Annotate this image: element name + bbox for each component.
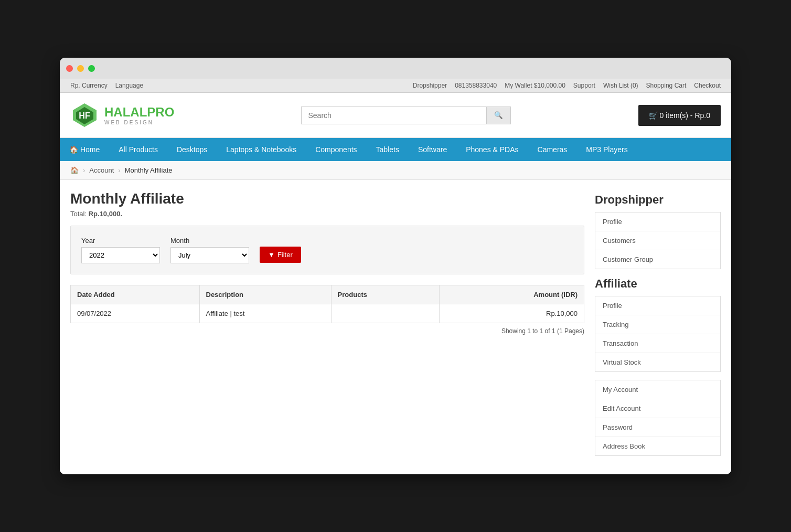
dropshipper-title: Dropshipper: [595, 193, 721, 207]
nav-laptops[interactable]: Laptops & Notebooks: [217, 138, 306, 161]
col-products: Products: [331, 285, 439, 304]
search-button[interactable]: 🔍: [487, 107, 511, 124]
phone-number: 081358833040: [455, 82, 497, 89]
sidebar-affiliate-transaction[interactable]: Transaction: [595, 334, 720, 353]
month-filter-group: Month JanuaryFebruaryMarch AprilMayJune …: [170, 237, 249, 263]
sidebar-affiliate-virtual-stock[interactable]: Virtual Stock: [595, 353, 720, 371]
affiliate-title: Affiliate: [595, 277, 721, 291]
breadcrumb-current: Monthly Affiliate: [125, 166, 173, 174]
page-title: Monthly Affiliate: [70, 190, 584, 207]
col-date: Date Added: [71, 285, 200, 304]
logo: HF HALALPRO WEB DESIGN: [70, 101, 174, 130]
month-label: Month: [170, 237, 249, 244]
cart-button[interactable]: 🛒 0 item(s) - Rp.0: [638, 105, 721, 126]
cell-products: [331, 304, 439, 323]
sidebar-my-account[interactable]: My Account: [595, 380, 720, 399]
cell-amount: Rp.10,000: [440, 304, 584, 323]
cell-date: 09/07/2022: [71, 304, 200, 323]
nav-mp3[interactable]: MP3 Players: [576, 138, 637, 161]
filter-box: Year 2020 2021 2022 2023 Month Janu: [70, 226, 584, 274]
search-input[interactable]: [301, 107, 487, 124]
dropshipper-link[interactable]: Dropshipper: [413, 82, 447, 89]
nav-tablets[interactable]: Tablets: [367, 138, 409, 161]
page-total: Total: Rp.10,000.: [70, 210, 584, 218]
year-filter-group: Year 2020 2021 2022 2023: [81, 237, 160, 263]
affiliate-table: Date Added Description Products Amount (…: [70, 285, 584, 323]
sidebar: Dropshipper Profile Customers Customer G…: [595, 190, 721, 464]
currency-selector[interactable]: Rp. Currency: [70, 82, 108, 89]
sidebar-affiliate-tracking[interactable]: Tracking: [595, 315, 720, 334]
sidebar-affiliate-profile[interactable]: Profile: [595, 296, 720, 315]
support-link[interactable]: Support: [573, 82, 595, 89]
breadcrumb-home[interactable]: 🏠: [70, 166, 79, 174]
nav-all-products[interactable]: All Products: [109, 138, 167, 161]
filter-row: Year 2020 2021 2022 2023 Month Janu: [81, 237, 573, 263]
sidebar-edit-account[interactable]: Edit Account: [595, 399, 720, 418]
nav-desktops[interactable]: Desktops: [167, 138, 217, 161]
close-button[interactable]: [66, 65, 73, 72]
table-row: 09/07/2022 Affiliate | test Rp.10,000: [71, 304, 584, 323]
svg-text:HF: HF: [79, 111, 90, 120]
sidebar-dropshipper-customer-group[interactable]: Customer Group: [595, 250, 720, 269]
wishlist-link[interactable]: Wish List (0): [603, 82, 638, 89]
sidebar-password[interactable]: Password: [595, 418, 720, 437]
filter-icon: ▼: [268, 251, 275, 259]
header: HF HALALPRO WEB DESIGN 🔍 🛒 0 item(s) - R…: [60, 93, 731, 138]
nav-bar: 🏠 Home All Products Desktops Laptops & N…: [60, 138, 731, 161]
content-area: Monthly Affiliate Total: Rp.10,000. Year…: [70, 190, 584, 464]
titlebar: [60, 58, 731, 79]
logo-icon: HF: [70, 101, 99, 130]
sidebar-dropshipper-customers[interactable]: Customers: [595, 231, 720, 250]
top-bar: Rp. Currency Language Dropshipper 081358…: [60, 79, 731, 93]
sidebar-dropshipper-profile[interactable]: Profile: [595, 212, 720, 231]
shopping-cart-link[interactable]: Shopping Cart: [646, 82, 687, 89]
nav-cameras[interactable]: Cameras: [528, 138, 577, 161]
top-bar-right: Dropshipper 081358833040 My Wallet $10,0…: [413, 82, 721, 89]
search-bar: 🔍: [301, 107, 511, 124]
checkout-link[interactable]: Checkout: [694, 82, 721, 89]
maximize-button[interactable]: [88, 65, 95, 72]
nav-phones[interactable]: Phones & PDAs: [456, 138, 528, 161]
table-body: 09/07/2022 Affiliate | test Rp.10,000: [71, 304, 584, 323]
breadcrumb: 🏠 › Account › Monthly Affiliate: [60, 161, 731, 180]
cell-description: Affiliate | test: [199, 304, 331, 323]
breadcrumb-account[interactable]: Account: [89, 166, 114, 174]
year-label: Year: [81, 237, 160, 244]
nav-home[interactable]: 🏠 Home: [60, 138, 109, 161]
filter-button[interactable]: ▼ Filter: [260, 247, 301, 263]
language-selector[interactable]: Language: [115, 82, 143, 89]
month-select[interactable]: JanuaryFebruaryMarch AprilMayJune JulyAu…: [170, 247, 249, 263]
sidebar-address-book[interactable]: Address Book: [595, 437, 720, 455]
logo-brand: HALALPRO: [104, 105, 174, 120]
col-amount: Amount (IDR): [440, 285, 584, 304]
affiliate-menu: Profile Tracking Transaction Virtual Sto…: [595, 296, 721, 372]
main-content: Monthly Affiliate Total: Rp.10,000. Year…: [60, 180, 731, 474]
pagination-info: Showing 1 to 1 of 1 (1 Pages): [70, 327, 584, 335]
year-select[interactable]: 2020 2021 2022 2023: [81, 247, 160, 263]
wallet-link[interactable]: My Wallet $10,000.00: [505, 82, 565, 89]
nav-components[interactable]: Components: [306, 138, 366, 161]
account-menu: My Account Edit Account Password Address…: [595, 380, 721, 456]
top-bar-left: Rp. Currency Language: [70, 82, 143, 89]
dropshipper-menu: Profile Customers Customer Group: [595, 212, 721, 269]
table-header: Date Added Description Products Amount (…: [71, 285, 584, 304]
col-description: Description: [199, 285, 331, 304]
minimize-button[interactable]: [77, 65, 84, 72]
logo-subtext: WEB DESIGN: [104, 120, 174, 125]
nav-software[interactable]: Software: [409, 138, 456, 161]
